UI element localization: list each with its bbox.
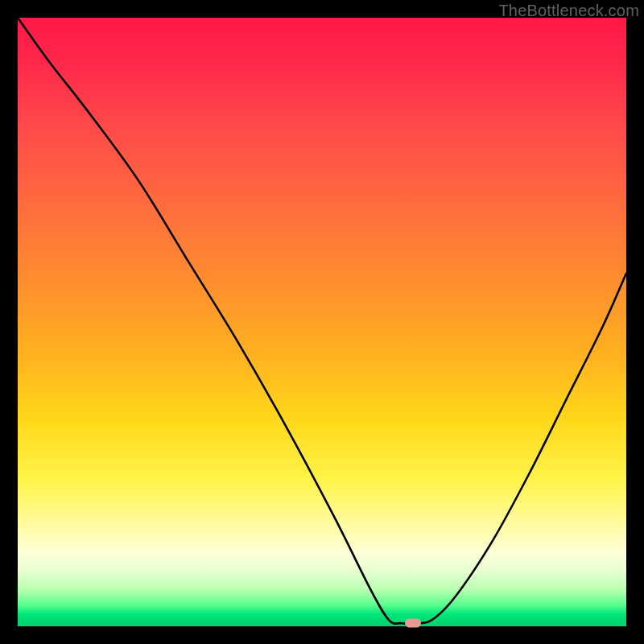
optimum-marker (405, 619, 421, 628)
plot-area (18, 18, 626, 626)
curve-line (18, 18, 626, 626)
chart-frame: TheBottleneck.com (0, 0, 644, 644)
watermark-text: TheBottleneck.com (498, 2, 639, 20)
